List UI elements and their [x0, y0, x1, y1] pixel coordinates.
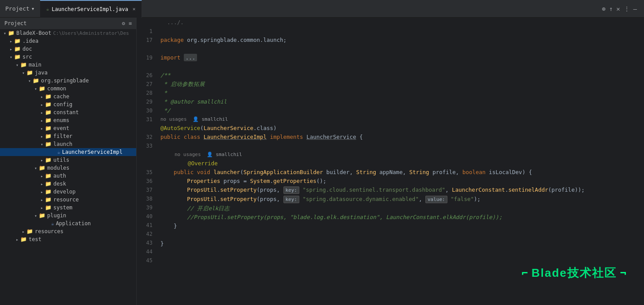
item-label-resource: resource [53, 197, 79, 203]
folder-icon-java: 📁 [26, 70, 33, 76]
tree-item-application[interactable]: ☕ Application [0, 219, 136, 227]
tree-item-resources[interactable]: 📁 resources [0, 227, 136, 235]
code-editor[interactable]: 1 17 19 26 27 28 29 30 31 32 33 35 36 37 [137, 18, 644, 305]
tree-item-org-springblade[interactable]: 📁 org.springblade [0, 77, 136, 85]
item-label-launch: launch [53, 141, 72, 147]
folder-icon-event: 📁 [45, 125, 52, 131]
code-line-32: @AutoService(LauncherService.class) [160, 124, 644, 133]
tree-item-launcherserviceimpl[interactable]: ☕ LauncherServiceImpl [0, 148, 136, 156]
folder-icon-doc: 📁 [14, 46, 21, 52]
tree-item-main[interactable]: 📁 main [0, 61, 136, 69]
tree-item-src[interactable]: 📁 src [0, 53, 136, 61]
project-menu[interactable]: Project ▾ [0, 5, 40, 12]
sidebar-icon-2[interactable]: ≡ [129, 20, 132, 26]
code-line-43 [160, 231, 644, 239]
item-label-utils: utils [53, 157, 69, 163]
folder-icon-main: 📁 [20, 62, 27, 68]
tree-item-utils[interactable]: 📁 utils [0, 156, 136, 164]
tree-item-java[interactable]: 📁 java [0, 69, 136, 77]
folder-icon: 📁 [8, 30, 15, 36]
item-label-develop: develop [53, 189, 76, 195]
sidebar-icon-1[interactable]: ⚙ [122, 20, 125, 26]
line-numbers: 1 17 19 26 27 28 29 30 31 32 33 35 36 37 [137, 18, 157, 305]
code-line-17: package org.springblade.common.launch; [160, 36, 644, 45]
arrow-utils [39, 158, 45, 163]
code-line-meta2: no usages 👤 smallchil [160, 150, 644, 159]
arrow-auth [39, 174, 45, 179]
more-icon[interactable]: ⋮ [624, 5, 630, 12]
code-line-29: * [160, 89, 644, 97]
item-label-common: common [47, 86, 66, 92]
folder-icon-cache: 📁 [45, 93, 52, 100]
item-label-bladex-boot: BladeX-Boot [16, 30, 51, 36]
item-label-desk: desk [53, 181, 66, 187]
watermark-text: Blade技术社区 [532, 265, 617, 281]
tree-item-enums[interactable]: 📁 enums [0, 116, 136, 124]
folder-icon-modules: 📁 [39, 165, 45, 171]
tab-close-icon[interactable]: ✕ [133, 6, 136, 12]
code-line-fold: .../. [160, 18, 644, 27]
folder-icon-system: 📁 [45, 205, 52, 211]
item-label-system: system [53, 205, 72, 211]
folder-icon-test: 📁 [20, 236, 27, 242]
tree-item-launch[interactable]: 📁 launch [0, 140, 136, 148]
arrow-resource [39, 197, 45, 202]
minimize-icon[interactable]: — [633, 5, 637, 12]
tree-item-cache[interactable]: 📁 cache [0, 93, 136, 100]
arrow-constant [39, 110, 45, 115]
folder-icon-org: 📁 [33, 78, 39, 84]
tree-item-filter[interactable]: 📁 filter [0, 132, 136, 140]
item-label-event: event [53, 125, 69, 131]
watermark-bracket-tl: ⌐ [521, 267, 528, 279]
editor-content: 1 17 19 26 27 28 29 30 31 32 33 35 36 37 [137, 18, 644, 305]
tree-item-config[interactable]: 📁 config [0, 100, 136, 108]
main-area: Project ⚙ ≡ 📁 BladeX-Boot C:\Users\Admin… [0, 18, 644, 305]
tree-item-develop[interactable]: 📁 develop [0, 188, 136, 196]
tree-item-system[interactable]: 📁 system [0, 204, 136, 212]
add-icon[interactable]: ⊕ [602, 5, 605, 12]
close-icon[interactable]: ✕ [616, 5, 620, 12]
item-label-enums: enums [53, 117, 69, 123]
arrow-enums [39, 118, 45, 123]
arrow-filter [39, 134, 45, 139]
item-label-filter: filter [53, 133, 72, 139]
tree-item-resource[interactable]: 📁 resource [0, 196, 136, 204]
tree-item-doc[interactable]: 📁 doc [0, 45, 136, 53]
sync-icon[interactable]: ↑ [609, 5, 613, 12]
folder-icon-auth: 📁 [45, 173, 52, 179]
title-bar: Project ▾ ☕ LauncherServiceImpl.java ✕ ⊕… [0, 0, 644, 18]
item-label-doc: doc [22, 46, 32, 52]
tree-item-desk[interactable]: 📁 desk [0, 180, 136, 188]
folder-icon-common: 📁 [39, 86, 45, 92]
tree-item-modules[interactable]: 📁 modules [0, 164, 136, 172]
project-label: Project [5, 5, 30, 12]
tree-item-plugin[interactable]: 📁 plugin [0, 212, 136, 219]
code-line-39: PropsUtil.setProperty(props, key: "sprin… [160, 195, 644, 204]
tab-launcherserviceimpl[interactable]: ☕ LauncherServiceImpl.java ✕ [40, 0, 142, 18]
code-line-27: /** [160, 71, 644, 80]
item-path: C:\Users\Administrator\Des [53, 30, 129, 36]
tree-item-common[interactable]: 📁 common [0, 85, 136, 93]
tree-item-bladex-boot[interactable]: 📁 BladeX-Boot C:\Users\Administrator\Des [0, 29, 136, 37]
arrow-config [39, 102, 45, 107]
item-label-auth: auth [53, 173, 66, 179]
code-line-38: PropsUtil.setProperty(props, key: "sprin… [160, 186, 644, 195]
tree-item-constant[interactable]: 📁 constant [0, 108, 136, 116]
tree-item-test[interactable]: 📁 test [0, 235, 136, 243]
arrow-main [14, 63, 20, 67]
tree-item-idea[interactable]: 📁 .idea [0, 37, 136, 45]
folder-icon-plugin: 📁 [39, 212, 45, 219]
code-line-18 [160, 45, 644, 53]
arrow-resources [20, 229, 26, 234]
item-label-modules: modules [47, 165, 70, 171]
chevron-icon: ▾ [31, 5, 35, 12]
tree-item-event[interactable]: 📁 event [0, 124, 136, 132]
tree-item-auth[interactable]: 📁 auth [0, 172, 136, 180]
code-line-33: public class LauncherServiceImpl impleme… [160, 133, 644, 141]
arrow-modules [33, 166, 39, 171]
arrow-src [8, 55, 14, 60]
tab-bar: ☕ LauncherServiceImpl.java ✕ [40, 0, 602, 18]
watermark-container: ⌐ Blade技术社区 ¬ [521, 265, 626, 281]
folder-icon-utils: 📁 [45, 157, 52, 163]
folder-icon-idea: 📁 [14, 38, 21, 44]
